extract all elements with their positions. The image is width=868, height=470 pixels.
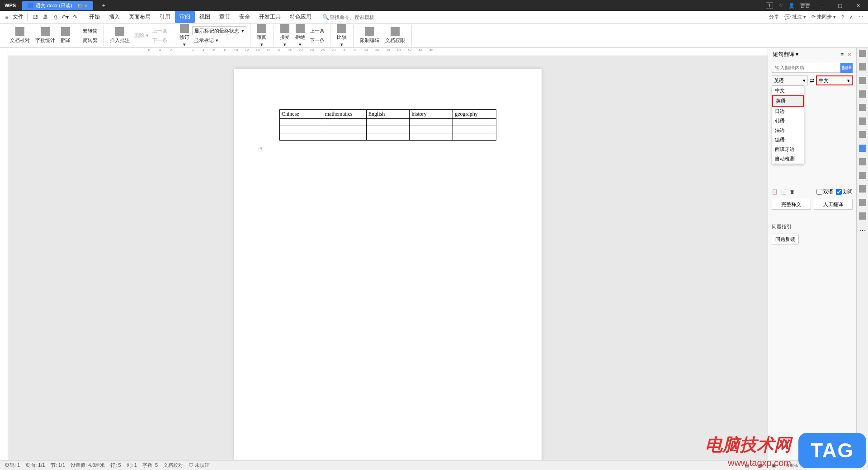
copy-icon[interactable]: 📋: [772, 189, 778, 195]
clipboard-icon[interactable]: [859, 131, 866, 138]
clock-icon[interactable]: [859, 199, 866, 206]
language-option[interactable]: 自动检测: [772, 154, 804, 164]
insert-comment-button[interactable]: 插入批注: [107, 27, 132, 44]
save-icon[interactable]: 🖫: [31, 13, 39, 21]
table-header-cell[interactable]: geography: [453, 110, 496, 119]
next-change-button[interactable]: 下一条: [308, 36, 326, 45]
language-option[interactable]: 中文: [772, 86, 804, 95]
translate-button[interactable]: 翻译: [58, 27, 73, 44]
help-icon[interactable]: ?: [841, 14, 844, 20]
wordcount-button[interactable]: 字数统计: [33, 27, 58, 44]
compare-button[interactable]: 比较 ▾: [334, 24, 349, 47]
doc-permission-button[interactable]: 文档权限: [382, 27, 408, 44]
next-comment-button[interactable]: 下一条: [151, 36, 169, 45]
preview-icon[interactable]: ⎙: [51, 13, 59, 21]
reject-button[interactable]: 拒绝 ▾: [292, 24, 308, 47]
document-tab[interactable]: 语文.docx (只读) ⊡ ●: [22, 1, 93, 10]
panel-menu-icon[interactable]: ≡: [840, 52, 844, 58]
status-cert[interactable]: 🛡 未认证: [189, 462, 215, 469]
language-option[interactable]: 韩语: [772, 116, 804, 126]
share-button[interactable]: 分享: [769, 14, 779, 20]
more-icon[interactable]: ⋯: [859, 14, 863, 20]
tab-pin-icon[interactable]: ⊡: [78, 3, 82, 9]
translate-sidebar-icon[interactable]: [859, 145, 866, 152]
target-language-select[interactable]: 中文▾: [816, 75, 853, 85]
accept-button[interactable]: 接受 ▾: [277, 24, 292, 47]
collapse-ribbon-icon[interactable]: ∧: [849, 14, 853, 20]
paste-icon[interactable]: 📄: [781, 189, 787, 195]
help-sidebar-icon[interactable]: [859, 212, 866, 220]
language-option[interactable]: 法语: [772, 126, 804, 135]
menu-tab[interactable]: 页面布局: [124, 11, 155, 23]
revise-button[interactable]: 修订 ▾: [177, 24, 192, 47]
notification-badge[interactable]: 1: [766, 2, 773, 9]
delete-icon[interactable]: 🗑: [790, 189, 795, 195]
hamburger-icon[interactable]: ≡: [3, 13, 11, 21]
panel-close-button[interactable]: ✕: [847, 52, 852, 58]
close-button[interactable]: ✕: [852, 3, 864, 9]
sync-button[interactable]: ⟳ 未同步 ▾: [811, 14, 836, 20]
restrict-edit-button[interactable]: 限制编辑: [357, 27, 382, 44]
prev-comment-button[interactable]: 上一条: [151, 27, 169, 35]
refresh-icon[interactable]: [859, 77, 866, 84]
menu-tab[interactable]: 章节: [215, 11, 235, 23]
document-table[interactable]: ChinesemathematicsEnglishhistorygeograph…: [279, 109, 496, 141]
table-header-cell[interactable]: English: [366, 110, 410, 119]
human-translate-button[interactable]: 人工翻译: [814, 199, 853, 210]
menu-tab[interactable]: 引用: [155, 11, 175, 23]
more-sidebar-icon[interactable]: ⋯: [859, 226, 866, 233]
simp-to-trad-button[interactable]: 繁转简: [81, 27, 99, 35]
language-option[interactable]: 德语: [772, 135, 804, 145]
layout-icon[interactable]: [859, 158, 866, 165]
print-icon[interactable]: 🖶: [41, 13, 49, 21]
menu-tab[interactable]: 开发工具: [255, 11, 285, 23]
link-icon[interactable]: [859, 185, 866, 193]
undo-icon[interactable]: ↶▾: [61, 13, 69, 21]
language-option[interactable]: 西班牙语: [772, 145, 804, 154]
source-language-select[interactable]: 英语▾ 中文英语日语韩语法语德语西班牙语自动检测: [772, 75, 808, 85]
language-option[interactable]: 日语: [772, 107, 804, 116]
menu-tab[interactable]: 特色应用: [285, 11, 316, 23]
prev-change-button[interactable]: 上一条: [308, 27, 326, 35]
review-button[interactable]: 审阅 ▾: [254, 24, 269, 47]
bilingual-checkbox[interactable]: 双语: [816, 188, 833, 195]
add-tab-button[interactable]: +: [98, 2, 109, 9]
trad-to-simp-button[interactable]: 简转繁: [81, 36, 99, 45]
table-header-cell[interactable]: history: [410, 110, 453, 119]
horizontal-ruler[interactable]: 6422468101214161820222426283032343638404…: [8, 48, 768, 56]
maximize-button[interactable]: ▢: [834, 3, 846, 9]
file-menu[interactable]: 文件: [13, 13, 24, 21]
image-icon[interactable]: [859, 172, 866, 179]
skin-icon[interactable]: ♡: [778, 3, 783, 9]
table-header-cell[interactable]: Chinese: [280, 110, 323, 119]
search-input[interactable]: [330, 14, 379, 20]
language-option[interactable]: 英语: [772, 95, 804, 107]
proofread-button[interactable]: 文档校对: [7, 27, 33, 44]
delete-comment-button[interactable]: 删除 ▾: [132, 31, 151, 40]
translate-input[interactable]: [772, 63, 840, 73]
feedback-button[interactable]: 问题反馈: [772, 234, 799, 244]
layers-icon[interactable]: [859, 118, 866, 125]
menu-tab[interactable]: 审阅: [175, 11, 195, 23]
minimize-button[interactable]: —: [816, 3, 828, 8]
cursor-icon[interactable]: [859, 63, 866, 70]
show-markup-button[interactable]: 显示标记 ▾: [192, 36, 246, 45]
user-avatar-icon[interactable]: 👤: [788, 3, 795, 9]
grid-icon[interactable]: [859, 104, 866, 111]
status-proofread[interactable]: 文档校对: [163, 462, 183, 469]
redo-icon[interactable]: ↷: [71, 13, 79, 21]
menu-tab[interactable]: 插入: [104, 11, 124, 23]
table-header-cell[interactable]: mathematics: [323, 110, 366, 119]
menu-tab[interactable]: 视图: [195, 11, 215, 23]
document-page[interactable]: ChinesemathematicsEnglishhistorygeograph…: [234, 69, 542, 460]
pencil-icon[interactable]: [859, 50, 866, 57]
full-definition-button[interactable]: 完整释义: [772, 199, 811, 210]
lock-icon[interactable]: [859, 90, 866, 98]
menu-tab[interactable]: 安全: [235, 11, 255, 23]
comment-button[interactable]: 💬 批注 ▾: [784, 14, 806, 20]
menu-tab[interactable]: 开始: [85, 11, 104, 23]
segment-checkbox[interactable]: 划词: [836, 188, 853, 195]
markup-display-select[interactable]: 显示标记的最终状态▾: [192, 26, 246, 35]
translate-submit-button[interactable]: 翻译: [840, 63, 853, 73]
swap-language-icon[interactable]: ⇄: [810, 77, 814, 84]
